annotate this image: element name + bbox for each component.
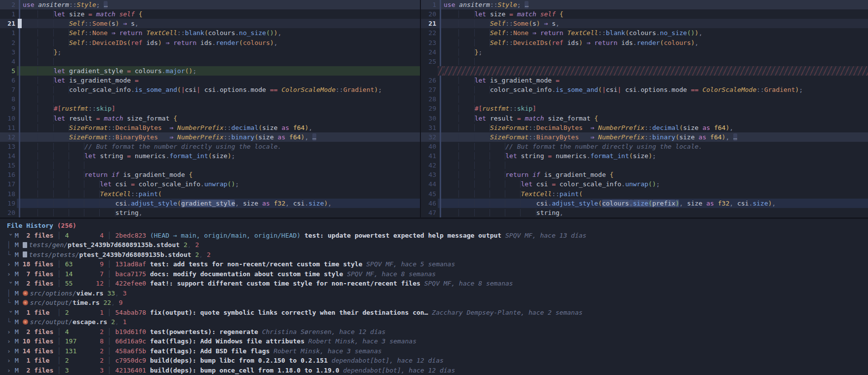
token: :: [88, 105, 96, 112]
token: ⇒ [166, 39, 174, 46]
commit-file-row[interactable]: │Mtests/gen/ptest_2439b7d68089135b.stdou… [0, 240, 868, 250]
chevron-right-icon[interactable]: › [7, 366, 15, 375]
code-line[interactable]: 26 let is_gradient_mode = [421, 76, 868, 85]
code-text: // But format the number directly using … [23, 142, 420, 151]
chevron-down-icon[interactable]: › [6, 232, 16, 240]
token: let [54, 67, 69, 75]
commit-row[interactable]: ›M 2 files │ 44 │ 2bedc823 (HEAD → main,… [0, 231, 868, 241]
code-line[interactable]: 8 [0, 94, 420, 104]
token: size [633, 200, 648, 207]
diff-filler-row[interactable] [421, 66, 868, 76]
token: ( [204, 29, 208, 37]
code-line[interactable]: 9 #[rustfmt::skip] [0, 104, 420, 113]
chevron-right-icon[interactable]: › [7, 327, 15, 337]
code-line[interactable]: 1use ansiterm::Style; … [421, 0, 868, 9]
token: skip [517, 105, 532, 112]
code-line[interactable]: 44 let csi = color_scale_info.unwrap(); [421, 179, 868, 189]
commit-message: feat!: support different custom time sty… [150, 280, 424, 287]
token: :: [131, 190, 139, 198]
commit-row[interactable]: ›M 2 files │ 33 │ 42136401 build(deps): … [0, 366, 868, 375]
commit-file-row[interactable]: └Msrc/output/escape.rs 2, 1 [0, 317, 868, 327]
chevron-right-icon[interactable]: › [7, 269, 15, 279]
token: , [560, 209, 564, 216]
code-line[interactable]: 3 }; [0, 47, 420, 57]
chevron-right-icon[interactable]: › [7, 346, 15, 356]
line-number: 44 [421, 179, 438, 189]
code-line[interactable]: 46 csi.adjust_style(colours.size(prefix)… [421, 199, 868, 208]
diff-pane-left[interactable]: 2use ansiterm::Style; …1 let size = matc… [0, 0, 421, 217]
code-line[interactable]: 12 SizeFormat::BinaryBytes ⇒ NumberPrefi… [0, 132, 420, 142]
code-line[interactable]: 24 }; [421, 47, 868, 57]
code-line[interactable]: 20 string, [0, 208, 420, 217]
token: s [532, 20, 536, 27]
diff-pane-right[interactable]: 1use ansiterm::Style; …20 let size = mat… [421, 0, 868, 217]
token: DecimalBytes [115, 124, 162, 131]
token: // But format the number directly using … [505, 143, 702, 150]
code-line[interactable]: 14 let string = numerics.format_int(size… [0, 151, 420, 161]
code-line[interactable]: 21 Self::Some(s) ⇒ s, [421, 19, 868, 28]
code-line[interactable]: 16 return if is_gradient_mode { [0, 170, 420, 179]
commit-file-row[interactable]: │Msrc/options/view.rs 33, 3 [0, 289, 868, 298]
code-line[interactable]: 4 [0, 57, 420, 66]
commit-row[interactable]: ›M 2 files │ 5512 │ 422efee0 feat!: supp… [0, 279, 868, 289]
code-line[interactable]: 27 color_scale_info.is_some_and(|csi| cs… [421, 85, 868, 94]
line-number: 11 [0, 123, 17, 132]
commit-row[interactable]: ›M 10 files │ 1978 │ 66d16a9c feat(flags… [0, 336, 868, 346]
chevron-down-icon[interactable]: › [6, 281, 16, 289]
token: color_scale_info [139, 180, 200, 188]
separator: │ [104, 270, 115, 278]
token: = [509, 10, 517, 18]
code-line[interactable]: 47 string, [421, 208, 868, 217]
code-line[interactable]: 6 let is_gradient_mode = [0, 76, 420, 85]
chevron-right-icon[interactable]: › [7, 356, 15, 366]
indent-guides [23, 209, 115, 216]
code-line[interactable]: 7 color_scale_info.is_some_and(|csi| csi… [0, 85, 420, 94]
code-line[interactable]: 31 SizeFormat::DecimalBytes ⇒ NumberPref… [421, 123, 868, 132]
code-line[interactable]: 5 let gradient_style = colours.major(); [0, 66, 420, 76]
code-line[interactable]: 22 Self::None ⇒ return TextCell::blank(c… [421, 28, 868, 38]
code-text: let csi = color_scale_info.unwrap(); [444, 179, 868, 189]
code-line[interactable]: 1 Self::None ⇒ return TextCell::blank(co… [0, 28, 420, 38]
commit-row[interactable]: ›M 18 files │ 639 │ 131ad8af test: add t… [0, 259, 868, 269]
chevron-down-icon[interactable]: › [6, 309, 16, 317]
token: no_size [660, 29, 687, 37]
code-line[interactable]: 19 csi.adjust_style(gradient_style, size… [0, 199, 420, 208]
code-line[interactable]: 41 let string = numerics.format_int(size… [421, 151, 868, 161]
commit-row[interactable]: ›M 1 file │ 21 │ 54abab78 fix(output): q… [0, 308, 868, 318]
code-line[interactable]: 20 let size = match self { [421, 9, 868, 19]
code-line[interactable]: 45 TextCell::paint( [421, 189, 868, 199]
line-number: 19 [0, 199, 17, 208]
code-line[interactable]: 1 let size = match self { [0, 9, 420, 19]
code-line[interactable]: 40 // But format the number directly usi… [421, 142, 868, 151]
code-line[interactable]: 2 Self::DeviceIDs(ref ids) ⇒ return ids.… [0, 38, 420, 47]
code-line[interactable]: 30 let result = match size_format { [421, 114, 868, 123]
code-line[interactable]: 18 TextCell::paint( [0, 189, 420, 199]
code-line[interactable]: 13 // But format the number directly usi… [0, 142, 420, 151]
code-line[interactable]: 21 Self::Some(s) ⇒ s, [0, 19, 420, 28]
code-line[interactable]: 2use ansiterm::Style; … [0, 0, 420, 9]
code-line[interactable]: 11 SizeFormat::DecimalBytes ⇒ NumberPref… [0, 123, 420, 132]
commit-message: build(deps): bump once_cell from 1.18.0 … [150, 367, 343, 374]
chevron-right-icon[interactable]: › [7, 259, 15, 269]
code-line[interactable]: 10 let result = match size_format { [0, 114, 420, 123]
code-line[interactable]: 32 SizeFormat::BinaryBytes ⇒ NumberPrefi… [421, 132, 868, 142]
code-line[interactable]: 25 [421, 57, 868, 66]
code-line[interactable]: 28 [421, 94, 868, 104]
commit-row[interactable]: ›M 2 files │ 42 │ b19d61f0 test(powertes… [0, 327, 868, 337]
commit-row[interactable]: ›M 7 files │ 147 │ baca7175 docs: modify… [0, 269, 868, 279]
commit-row[interactable]: ›M 14 files │ 1312 │ 458a6f5b feat(flags… [0, 346, 868, 356]
code-line[interactable]: 29 #[rustfmt::skip] [421, 104, 868, 113]
code-line[interactable]: 15 [0, 161, 420, 170]
code-line[interactable]: 17 let csi = color_scale_info.unwrap(); [0, 179, 420, 189]
commit-file-row[interactable]: └Msrc/output/time.rs 22, 9 [0, 298, 868, 308]
indent-guides [444, 171, 505, 178]
chevron-right-icon[interactable]: › [7, 336, 15, 346]
code-line[interactable]: 43 return if is_gradient_mode { [421, 170, 868, 179]
token: :: [644, 133, 652, 141]
code-line[interactable]: 23 Self::DeviceIDs(ref ids) ⇒ return ids… [421, 38, 868, 47]
commit-message: build(deps): bump libc from 0.2.150 to 0… [150, 357, 332, 364]
code-line[interactable]: 42 [421, 161, 868, 170]
commit-file-row[interactable]: └Mtests/ptests/ptest_2439b7d68089135b.st… [0, 250, 868, 260]
change-sign-bar [17, 76, 23, 85]
commit-row[interactable]: ›M 1 file │ 22 │ c7950dc9 build(deps): b… [0, 356, 868, 366]
